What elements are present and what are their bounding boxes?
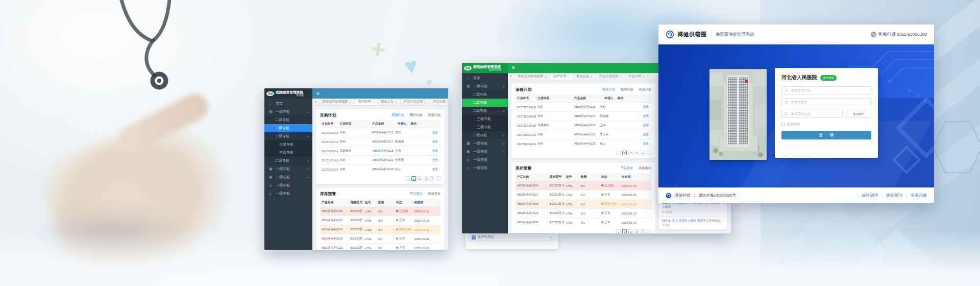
view-link[interactable]: 查看 — [432, 168, 438, 171]
sidebar-nav-item[interactable]: △ 一级导航 — [264, 189, 312, 198]
tab[interactable]: 用户管理 ⊙ — [550, 73, 573, 80]
sidebar-nav-item[interactable]: 二级导航 — [462, 90, 508, 99]
table-row[interactable]: ABS床头柜0116 BC533型 5孔 右 o78o 8.0 已过期 2023… — [320, 207, 440, 216]
tabs-collapse-icon[interactable]: « — [508, 73, 514, 80]
tab-refresh-icon[interactable]: ⊙ — [372, 101, 374, 104]
sidebar-nav-item[interactable]: ⌂ 首页 — [264, 100, 312, 108]
tab-refresh-icon[interactable]: ⊙ — [349, 101, 351, 104]
sidebar-nav-item[interactable]: 三级导航 — [462, 115, 508, 123]
card-link[interactable]: 高值计划 — [639, 87, 651, 92]
sidebar-nav-item[interactable]: ▣ 一级导航 ∨ — [264, 173, 312, 181]
sidebar-nav-item[interactable]: 三级导航 — [264, 149, 312, 157]
sidebar-nav-item[interactable]: 二级导航 ∨ — [462, 131, 508, 139]
sidebar-nav-item[interactable]: ▦ 一级导航 ∨ — [264, 165, 312, 173]
sidebar-nav-item[interactable]: 三级导航 — [462, 123, 508, 131]
sidebar-nav-item[interactable]: ▣ 一级导航 ∨ — [462, 148, 508, 156]
sidebar-nav-item[interactable]: ◎ 一级导航 — [462, 156, 508, 164]
view-link[interactable]: 查看 — [432, 131, 438, 134]
expand-arrow-icon[interactable]: ↙ — [550, 235, 552, 239]
tab[interactable]: 产品出库 ⊙ — [625, 73, 648, 80]
footer-link[interactable]: 操作说明 — [854, 193, 878, 198]
table-row[interactable]: ABS床头柜0116 BC533型 5孔 右 o78o 8.0 已过期 2023… — [516, 181, 651, 190]
menu-toggle-icon[interactable]: ≡ — [316, 91, 320, 96]
table-row[interactable]: 20171001A186 内科 ABS床头柜0116 李程 查看 — [320, 128, 440, 137]
table-row[interactable]: ABS床头柜0119 BC533型 5孔 右 o78o 8.0 正常 2025-… — [320, 234, 440, 244]
sidebar-nav-item[interactable]: 二级导航 — [264, 116, 312, 124]
feed-link[interactable]: 5 月日常小需求 — [676, 219, 696, 222]
table-row[interactable]: 20171001A186 内科 ABS床头柜0116 李程 查看 — [516, 103, 651, 112]
tab-refresh-icon[interactable]: ⊙ — [424, 101, 426, 104]
table-row[interactable]: ABS床头柜0120 BC533型 5孔 右 o78o 8.0 正常 2025-… — [320, 244, 440, 250]
card-link[interactable]: 产品库存 — [410, 192, 423, 196]
footer-link[interactable]: 密钥驱动 — [878, 193, 902, 198]
table-row[interactable]: ABS床头柜0118 BC533型 5孔 右 o78o 8.0 即将过期 202… — [320, 225, 440, 234]
view-link[interactable]: 查看 — [643, 105, 649, 108]
license-row[interactable]: 生产许可证 ↙ — [469, 233, 555, 241]
tab-refresh-icon[interactable]: ⊙ — [395, 101, 397, 104]
tab-refresh-icon[interactable]: ⊙ — [619, 75, 622, 78]
captcha-image[interactable]: 6+8=? — [846, 110, 871, 118]
card-link[interactable]: 高值计划 — [428, 113, 440, 117]
password-field[interactable]: 请填写密码 — [781, 98, 871, 106]
app-logo[interactable]: 博健 医院物资管理系统 管理端 — [264, 88, 312, 99]
card-link[interactable]: 预约计划 — [410, 113, 423, 117]
page-button[interactable]: ‹ — [616, 151, 621, 155]
sidebar-nav-item[interactable]: 三级导航 — [264, 140, 312, 149]
page-button[interactable]: 2 — [628, 229, 633, 233]
sidebar-nav-item[interactable]: △ 一级导航 — [462, 164, 508, 172]
page-button[interactable]: ‹ — [616, 229, 621, 233]
table-row[interactable]: 20171001A191 内科 ABS床头柜0120 程心 查看 — [320, 165, 440, 174]
table-row[interactable]: ABS床头柜0117 BC533型 5孔 右 o78o 8.0 正常 2025-… — [516, 190, 651, 200]
table-row[interactable]: ABS床头柜0120 BC533型 5孔 右 o78o 8.0 正常 2025-… — [516, 218, 651, 227]
sidebar-nav-item[interactable]: 二级导航 ∧ — [462, 107, 508, 115]
sidebar-nav-item[interactable]: ▤ 一级导航 ∧ — [462, 82, 508, 90]
tab[interactable]: 资质证件效期预警 ⊙ — [319, 99, 355, 105]
page-button[interactable]: ‹ — [405, 176, 410, 181]
table-row[interactable]: 20171001A190 内科 ABS床头柜0119 李天翼 查看 — [320, 156, 440, 165]
tab[interactable]: 产品分类设置 ⊙ — [596, 73, 625, 80]
view-link[interactable]: 查看 — [643, 114, 649, 117]
tab-refresh-icon[interactable]: ⊙ — [567, 75, 570, 78]
table-row[interactable]: ABS床头柜0117 BC533型 5孔 右 o78o 8.0 正常 2025-… — [320, 216, 440, 225]
sidebar-nav-item[interactable]: ◎ 一级导航 — [264, 181, 312, 189]
page-button[interactable]: 3 — [634, 229, 639, 233]
tabs-collapse-icon[interactable]: « — [312, 99, 319, 105]
sidebar-nav-item[interactable]: ▦ 一级导航 ∨ — [462, 139, 508, 148]
card-link[interactable]: 产品库存 — [621, 166, 633, 171]
page-button[interactable]: › — [436, 176, 440, 181]
page-button[interactable]: 4 — [641, 229, 645, 233]
sidebar-nav-item[interactable]: ⌂ 首页 — [462, 74, 508, 82]
page-button[interactable]: 1 — [411, 176, 416, 181]
footer-link[interactable]: 常见问题 — [902, 193, 927, 198]
table-row[interactable]: 20171001A190 内科 ABS床头柜0119 李天翼 查看 — [516, 130, 651, 139]
menu-toggle-icon[interactable]: ≡ — [512, 65, 515, 70]
page-button[interactable]: 3 — [424, 176, 428, 181]
page-button[interactable]: 2 — [418, 176, 422, 181]
view-link[interactable]: 查看 — [643, 124, 649, 127]
tab[interactable]: 用户管理 ⊙ — [355, 99, 378, 105]
table-row[interactable]: 20171001A188 外科 ABS床头柜0117 陈璐璐 查看 — [320, 137, 440, 147]
tab[interactable]: 资质证件效期预警 ⊙ — [514, 73, 550, 80]
page-button[interactable]: › — [647, 151, 651, 155]
page-button[interactable]: 2 — [628, 151, 633, 155]
login-button[interactable]: 登 录 — [781, 131, 871, 139]
card-link[interactable]: 领用计划 — [391, 113, 404, 117]
tab-refresh-icon[interactable]: ⊙ — [544, 75, 547, 78]
remember-checkbox[interactable] — [781, 123, 785, 126]
sidebar-nav-item[interactable]: 二级导航 ∨ — [264, 157, 312, 165]
sidebar-nav-item[interactable]: 二级导航 — [264, 124, 312, 132]
tab[interactable]: 通知公告 ⊙ — [573, 73, 596, 80]
view-link[interactable]: 查看 — [643, 142, 649, 145]
username-field[interactable]: 请填写用户名 — [781, 86, 871, 94]
table-row[interactable]: 20171001A189 耳鼻喉科 ABS床头柜0118 王萌 查看 — [516, 121, 651, 130]
page-button[interactable]: 1 — [622, 151, 627, 155]
page-button[interactable]: 4 — [430, 176, 434, 181]
tab-refresh-icon[interactable]: ⊙ — [447, 101, 448, 104]
view-link[interactable]: 查看 — [432, 140, 438, 143]
table-row[interactable]: 20171001A189 耳鼻喉科 ABS床头柜0118 王萌 查看 — [320, 147, 440, 156]
tab[interactable]: 通知公告 ⊙ — [378, 99, 401, 105]
view-link[interactable]: 查看 — [432, 149, 438, 152]
tab-refresh-icon[interactable]: ⊙ — [590, 75, 593, 78]
view-link[interactable]: 查看 — [643, 133, 649, 136]
page-button[interactable]: › — [647, 229, 651, 233]
